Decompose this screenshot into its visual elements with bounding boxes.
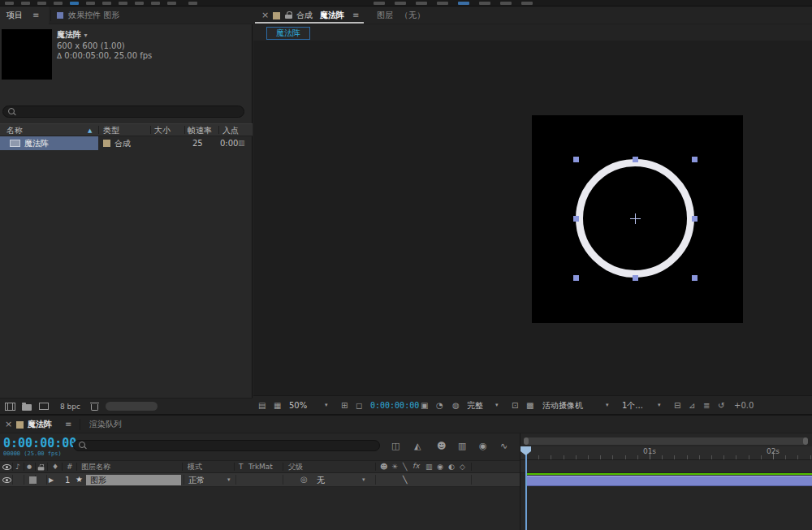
tool-button[interactable] — [437, 2, 448, 5]
tool-button[interactable] — [119, 2, 127, 5]
layer-name-field[interactable]: 图形 — [86, 475, 181, 485]
fast-preview-icon[interactable]: ⊿ — [689, 402, 695, 410]
panel-menu-icon[interactable]: ≡ — [32, 11, 39, 20]
layer-row[interactable]: ▶ 1 ★ 图形 正常 ▾ ◎ 无 ▾ ╲ — [0, 473, 520, 487]
tool-button[interactable] — [37, 2, 46, 5]
tool-button[interactable] — [21, 2, 30, 5]
column-type[interactable]: 类型 — [103, 126, 119, 136]
tool-button[interactable] — [458, 2, 469, 5]
view-layout-dropdown[interactable]: 1个... — [622, 401, 643, 411]
adjustment-column-icon[interactable]: ◐ — [448, 463, 455, 471]
show-snapshot-icon[interactable]: ◔ — [436, 402, 443, 410]
view-layout-caret-icon[interactable]: ▾ — [658, 403, 661, 408]
column-mode[interactable]: 模式 — [188, 463, 202, 472]
parent-dropdown[interactable]: 无 — [317, 476, 325, 485]
shy-column-icon[interactable]: ☻ — [380, 463, 387, 471]
comp-label-chip[interactable] — [273, 12, 280, 19]
mini-flowchart-icon[interactable]: ◫ — [391, 442, 400, 450]
time-navigator[interactable] — [524, 437, 808, 445]
close-icon[interactable]: × — [261, 10, 269, 20]
eye-icon[interactable] — [2, 477, 11, 483]
selection-handle[interactable] — [692, 157, 698, 162]
navigator-end-handle[interactable] — [803, 437, 808, 445]
footer-scrollbar[interactable] — [106, 402, 158, 411]
collapse-column-icon[interactable]: ☀ — [391, 463, 398, 471]
comp-mini-tab[interactable]: 魔法阵 — [266, 27, 310, 40]
resolution-caret-icon[interactable]: ▾ — [495, 403, 499, 408]
tab-timeline-comp[interactable]: 魔法阵 — [28, 420, 52, 429]
main-viewer-icon[interactable]: ▦ — [274, 402, 281, 410]
parent-pickwhip-icon[interactable]: ◎ — [300, 476, 308, 484]
footage-thumbnail[interactable] — [2, 29, 52, 80]
close-icon[interactable]: × — [5, 419, 12, 429]
project-search[interactable] — [2, 106, 244, 118]
anchor-point[interactable] — [630, 213, 641, 224]
camera-caret-icon[interactable]: ▾ — [606, 403, 609, 408]
tool-button[interactable] — [5, 2, 14, 5]
viewer-timecode[interactable]: 0:00:00:00 — [370, 401, 419, 411]
tool-button[interactable] — [374, 2, 385, 5]
column-layer-name[interactable]: 图层名称 — [81, 463, 110, 472]
interpret-footage-icon[interactable] — [5, 403, 15, 411]
parent-caret-icon[interactable]: ▾ — [362, 477, 365, 483]
quality-column-icon[interactable]: ╲ — [403, 463, 407, 471]
navigator-start-handle[interactable] — [524, 437, 529, 445]
magnification-dropdown[interactable]: 50% — [289, 401, 307, 411]
new-composition-icon[interactable] — [39, 403, 49, 410]
comp-label-chip[interactable] — [16, 421, 24, 429]
blend-mode-dropdown[interactable]: 正常 — [188, 476, 205, 485]
tab-effect-controls[interactable]: 效果控件 图形 — [54, 6, 208, 24]
active-tool-indicator[interactable] — [70, 2, 79, 5]
expand-arrow-icon[interactable]: ▶ — [49, 477, 54, 484]
tool-button[interactable] — [479, 2, 490, 5]
quality-toggle-icon[interactable]: ╲ — [403, 476, 407, 484]
motion-blur-column-icon[interactable]: ◉ — [437, 463, 443, 471]
selection-handle[interactable] — [692, 216, 698, 222]
channels-icon[interactable]: ◍ — [452, 402, 460, 410]
flowchart-icon[interactable]: ≣ — [703, 402, 710, 410]
timeline-timecode[interactable]: 0:00:00:00 — [3, 436, 76, 450]
timeline-search[interactable] — [73, 440, 380, 451]
project-row[interactable]: 魔法阵 合成 25 0:00 ▥ — [0, 136, 253, 150]
layer-duration-bar[interactable] — [526, 476, 812, 486]
magnification-caret-icon[interactable]: ▾ — [325, 403, 328, 408]
lock-icon[interactable] — [285, 11, 292, 19]
tool-button[interactable] — [521, 2, 533, 5]
selection-handle[interactable] — [573, 275, 579, 281]
tab-composition-label[interactable]: 合成 — [296, 11, 313, 20]
label-column-icon[interactable]: ♦ — [52, 463, 58, 471]
panel-menu-icon[interactable]: ≡ — [352, 11, 359, 20]
tool-button[interactable] — [167, 2, 176, 5]
column-in-point[interactable]: 入点 — [222, 126, 239, 136]
selected-item-name[interactable]: 魔法阵 ▾ — [57, 30, 88, 40]
column-frame-rate[interactable]: 帧速率 — [188, 126, 212, 136]
new-folder-icon[interactable] — [22, 404, 32, 411]
roi-icon[interactable]: ⊡ — [512, 402, 518, 410]
column-trkmat[interactable]: TrkMat — [248, 463, 273, 472]
column-number[interactable]: # — [67, 463, 73, 472]
transparency-grid-icon[interactable]: ▩ — [526, 402, 533, 410]
sort-ascending-icon[interactable]: ▲ — [88, 127, 92, 134]
selection-handle[interactable] — [633, 275, 638, 281]
tool-button[interactable] — [135, 2, 144, 5]
delete-icon[interactable] — [91, 404, 98, 411]
pixel-aspect-icon[interactable]: ⊟ — [674, 402, 680, 410]
tab-layer-label[interactable]: 图层 — [377, 11, 393, 20]
shy-toggle-icon[interactable]: ☻ — [437, 442, 446, 450]
eye-icon[interactable] — [2, 464, 11, 470]
tool-button[interactable] — [416, 2, 427, 5]
always-preview-icon[interactable]: ▤ — [258, 402, 266, 410]
selection-handle[interactable] — [573, 216, 579, 222]
timeline-search-input[interactable] — [90, 442, 366, 450]
item-name-caret-icon[interactable]: ▾ — [84, 32, 87, 39]
selection-handle[interactable] — [692, 275, 698, 281]
tool-button[interactable] — [395, 2, 406, 5]
exposure-value[interactable]: +0.0 — [734, 401, 754, 411]
frame-blend-toggle-icon[interactable]: ▥ — [458, 442, 466, 450]
solo-icon[interactable]: ● — [27, 464, 32, 470]
three-d-column-icon[interactable]: ◇ — [460, 463, 465, 471]
reset-exposure-icon[interactable]: ↺ — [718, 402, 724, 410]
project-search-input[interactable] — [19, 107, 231, 116]
tool-button[interactable] — [54, 2, 63, 5]
tab-composition-name[interactable]: 魔法阵 — [320, 11, 344, 20]
